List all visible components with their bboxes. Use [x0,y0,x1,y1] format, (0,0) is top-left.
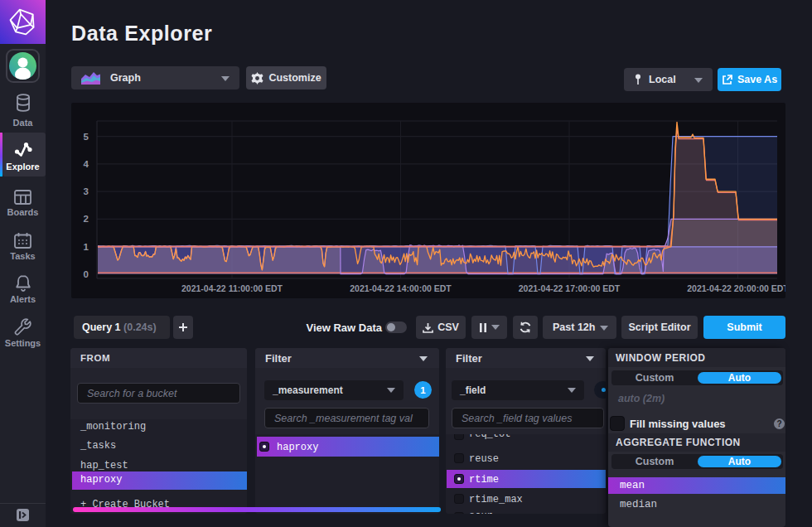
svg-text:1: 1 [84,242,89,252]
svg-text:0: 0 [84,269,89,279]
svg-text:2021-04-22 11:00:00 EDT: 2021-04-22 11:00:00 EDT [181,283,283,293]
svg-text:3: 3 [84,186,89,196]
svg-text:2021-04-22 14:00:00 EDT: 2021-04-22 14:00:00 EDT [350,283,452,293]
svg-text:2021-04-22 17:00:00 EDT: 2021-04-22 17:00:00 EDT [519,283,621,293]
svg-text:2021-04-22 20:00:00 EDT: 2021-04-22 20:00:00 EDT [687,283,785,293]
svg-text:5: 5 [84,132,89,142]
svg-text:2: 2 [84,214,89,224]
svg-text:4: 4 [84,159,89,169]
